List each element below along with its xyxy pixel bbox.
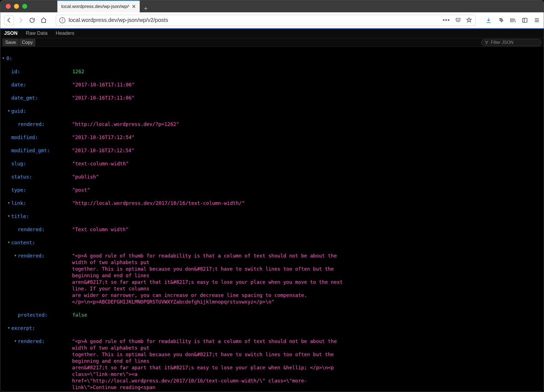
tab-strip: local.wordpress.dev/wp-json/wp/v2/ ✕ + — [57, 0, 152, 12]
menu-icon[interactable] — [534, 17, 540, 23]
toggle-icon[interactable]: ▼ — [13, 252, 17, 259]
json-key[interactable]: modified: — [11, 134, 38, 141]
devtools-icon[interactable] — [498, 17, 504, 23]
json-value: "publish" — [72, 174, 99, 180]
json-value: "<p>A good rule of thumb for readability… — [72, 338, 347, 392]
maximize-window-button[interactable] — [22, 4, 27, 9]
json-tree: ▼0: id:1262 date:"2017-10-16T17:11:06" d… — [0, 47, 544, 392]
url-bar[interactable]: i local.wordpress.dev/wp-json/wp/v2/post… — [56, 15, 476, 26]
json-key[interactable]: rendered: — [18, 121, 45, 127]
json-key[interactable]: protected: — [18, 312, 47, 318]
json-key[interactable]: rendered: — [18, 226, 45, 233]
filter-icon — [485, 41, 489, 44]
toggle-icon[interactable]: ▼ — [1, 55, 5, 62]
json-value: "2017-10-16T17:12:54" — [72, 134, 135, 141]
browser-tab-active[interactable]: local.wordpress.dev/wp-json/wp/v2/ ✕ — [57, 0, 140, 12]
toggle-icon[interactable]: ▼ — [7, 239, 11, 246]
json-value: "2017-10-16T17:11:06" — [72, 81, 135, 88]
nav-toolbar: i local.wordpress.dev/wp-json/wp/v2/post… — [0, 12, 544, 28]
json-key[interactable]: title: — [11, 213, 29, 220]
json-key[interactable]: id: — [11, 68, 20, 75]
json-value: "http://local.wordpress.dev/?p=1262" — [72, 121, 179, 127]
json-value: "text-column-width" — [72, 160, 129, 167]
json-value: false — [72, 312, 87, 318]
tab-headers[interactable]: Headers — [56, 30, 74, 36]
json-viewer-tabs: JSON Raw Data Headers — [0, 28, 544, 38]
sidebar-icon[interactable] — [522, 17, 528, 23]
toggle-icon[interactable]: ▼ — [13, 338, 17, 345]
json-tree-viewport[interactable]: ▼0: id:1262 date:"2017-10-16T17:11:06" d… — [0, 47, 544, 392]
json-value: "http://local.wordpress.dev/2017/10/16/t… — [72, 200, 245, 206]
tab-title: local.wordpress.dev/wp-json/wp/v2/ — [61, 4, 129, 9]
forward-button[interactable] — [16, 15, 26, 25]
json-key[interactable]: type: — [11, 187, 26, 193]
json-key[interactable]: 0: — [6, 55, 12, 62]
home-button[interactable] — [39, 15, 49, 25]
titlebar: local.wordpress.dev/wp-json/wp/v2/ ✕ + — [0, 0, 544, 12]
copy-button[interactable]: Copy — [19, 39, 36, 46]
svg-rect-0 — [523, 18, 527, 22]
json-key[interactable]: date_gmt: — [11, 95, 38, 101]
page-actions-icon[interactable]: ••• — [443, 17, 450, 23]
json-value: 1262 — [72, 68, 84, 75]
tab-json[interactable]: JSON — [4, 30, 18, 36]
window-controls — [0, 4, 27, 9]
browser-window: local.wordpress.dev/wp-json/wp/v2/ ✕ + i… — [0, 0, 544, 392]
site-info-icon[interactable]: i — [59, 17, 65, 23]
json-key[interactable]: guid: — [11, 108, 26, 114]
tab-raw-data[interactable]: Raw Data — [26, 30, 47, 36]
json-value: "<p>A good rule of thumb for readability… — [72, 252, 347, 305]
toggle-icon[interactable]: ▼ — [7, 108, 11, 114]
back-button[interactable] — [4, 15, 14, 25]
bookmark-star-icon[interactable] — [466, 17, 472, 23]
minimize-window-button[interactable] — [14, 4, 19, 9]
downloads-icon[interactable] — [486, 17, 492, 23]
json-value: "post" — [72, 187, 90, 193]
json-value: "Text column width" — [72, 226, 129, 233]
toggle-icon[interactable]: ▼ — [7, 325, 11, 331]
json-key[interactable]: rendered: — [18, 252, 45, 259]
filter-json-input[interactable]: Filter JSON — [481, 39, 542, 46]
reload-button[interactable] — [27, 15, 37, 25]
json-value: "2017-10-16T17:11:06" — [72, 95, 135, 101]
library-icon[interactable] — [510, 17, 516, 23]
json-key[interactable]: date: — [11, 81, 26, 88]
url-text: local.wordpress.dev/wp-json/wp/v2/posts — [69, 17, 439, 23]
json-key[interactable]: link: — [11, 200, 26, 206]
json-key[interactable]: rendered: — [18, 338, 45, 345]
json-key[interactable]: status: — [11, 174, 32, 180]
pocket-icon[interactable] — [455, 17, 461, 23]
close-window-button[interactable] — [6, 4, 11, 9]
new-tab-button[interactable]: + — [140, 5, 152, 12]
json-value: "2017-10-16T17:12:54" — [72, 147, 134, 154]
filter-placeholder: Filter JSON — [491, 40, 514, 45]
toggle-icon[interactable]: ▼ — [7, 213, 11, 220]
json-key[interactable]: slug: — [11, 160, 26, 167]
json-key[interactable]: modified_gmt: — [11, 147, 50, 154]
save-button[interactable]: Save — [2, 39, 19, 46]
close-tab-icon[interactable]: ✕ — [132, 4, 136, 10]
json-key[interactable]: excerpt: — [11, 325, 35, 331]
json-viewer-actions: Save Copy Filter JSON — [0, 38, 544, 47]
toggle-icon[interactable]: ▼ — [7, 200, 11, 206]
json-key[interactable]: content: — [11, 239, 35, 246]
